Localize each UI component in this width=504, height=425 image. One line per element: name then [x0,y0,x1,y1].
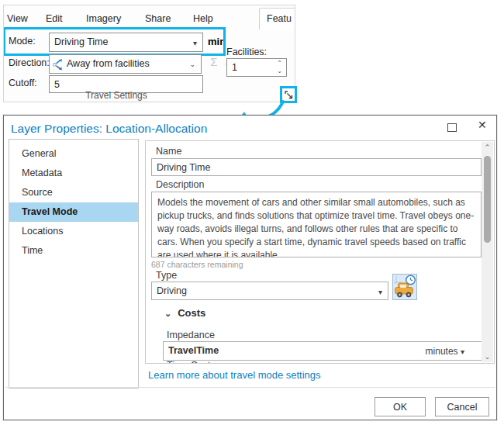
cancel-button[interactable]: Cancel [435,397,489,416]
sidebar-item-time[interactable]: Time [9,241,138,261]
mode-dropdown[interactable]: Driving Time ▾ [49,33,203,52]
impedance-unit-dropdown[interactable]: minutes ▾ [426,346,464,357]
ribbon-fragment: View Edit Imagery Share Help Featu Mode:… [3,5,295,102]
spinner-up-icon[interactable]: ⌃ [277,60,282,67]
panel-scrollbar[interactable]: ⌃ ⌄ [482,142,493,362]
direction-dropdown-value: Away from facilities [67,58,150,69]
caret-down-icon: ▾ [378,288,382,296]
menu-tab-edit[interactable]: Edit [46,13,63,24]
menu-tab-share[interactable]: Share [145,13,171,24]
sum-button[interactable]: Σ [204,55,224,72]
caret-down-icon: ▾ [461,347,464,356]
impedance-unit-value: minutes [426,346,458,357]
sidebar-item-metadata[interactable]: Metadata [9,164,138,183]
description-label: Description [156,179,205,190]
menu-tab-imagery[interactable]: Imagery [86,13,121,24]
mode-dropdown-value: Driving Time [54,36,108,47]
direction-dropdown[interactable]: Away from facilities ⌄ [49,54,202,74]
cutoff-label: Cutoff: [9,78,37,88]
spinner-down-icon[interactable]: ⌄ [277,67,282,75]
mode-label: Mode: [9,36,36,47]
scrollbar-thumb[interactable] [484,156,491,243]
learn-more-link[interactable]: Learn more about travel mode settings [148,369,321,381]
impedance-value: TravelTime [168,345,219,356]
direction-label: Direction: [9,57,50,68]
dialog-launcher-icon [285,91,293,99]
maximize-button[interactable] [447,123,457,132]
facilities-label: Facilities: [226,47,267,57]
mode-unit-label: min [208,36,226,47]
menu-tab-help[interactable]: Help [193,13,213,24]
sidebar-item-general[interactable]: General [9,144,138,164]
costs-section-label: Costs [178,307,205,319]
sidebar-item-travel-mode[interactable]: Travel Mode [9,202,138,222]
tab-features-partial[interactable]: Featu [259,8,295,29]
caret-down-icon: ▾ [193,39,197,47]
menu-tab-view[interactable]: View [7,13,28,24]
costs-section-toggle[interactable]: ⌄Costs [164,307,205,319]
dialog-sidebar: General Metadata Source Travel Mode Loca… [9,139,139,389]
chevron-down-icon: ⌄ [189,60,195,68]
facilities-spinner[interactable]: 1 ⌃ ⌄ [226,58,287,77]
travel-mode-panel: Name Driving Time Description Models the… [145,140,495,364]
sidebar-item-source[interactable]: Source [9,183,138,202]
car-with-clock-icon [393,275,416,299]
section-chevron-down-icon: ⌄ [164,309,171,318]
close-button[interactable]: ✕ [478,119,487,131]
type-dropdown[interactable]: Driving ▾ [151,282,388,300]
description-textarea[interactable]: Models the movement of cars and other si… [151,192,482,257]
cutoff-value: 5 [54,79,60,90]
away-from-facilities-icon [52,58,64,71]
type-label: Type [156,270,177,281]
description-value: Models the movement of cars and other si… [157,197,474,257]
dialog-launcher-button[interactable] [280,86,297,103]
time-cost-label: Time Cost [167,360,211,364]
name-label: Name [156,146,181,157]
footer-divider [5,387,495,388]
impedance-dropdown[interactable]: TravelTime minutes ▾ [163,341,482,361]
ok-button[interactable]: OK [375,397,426,416]
type-value: Driving [157,285,187,296]
travel-mode-icon-button[interactable] [392,274,417,300]
sidebar-item-locations[interactable]: Locations [9,222,138,241]
ribbon-group-label: Travel Settings [4,90,229,101]
name-input[interactable]: Driving Time [151,158,482,176]
facilities-value: 1 [232,62,237,73]
impedance-label: Impedance [167,330,215,340]
scroll-up-icon[interactable]: ⌃ [482,142,493,153]
dialog-title: Layer Properties: Location-Allocation [11,122,207,136]
characters-remaining: 687 characters remaining [151,260,243,269]
scroll-down-icon[interactable]: ⌄ [482,351,493,362]
name-value: Driving Time [157,162,210,173]
layer-properties-dialog: Layer Properties: Location-Allocation ✕ … [3,115,497,420]
